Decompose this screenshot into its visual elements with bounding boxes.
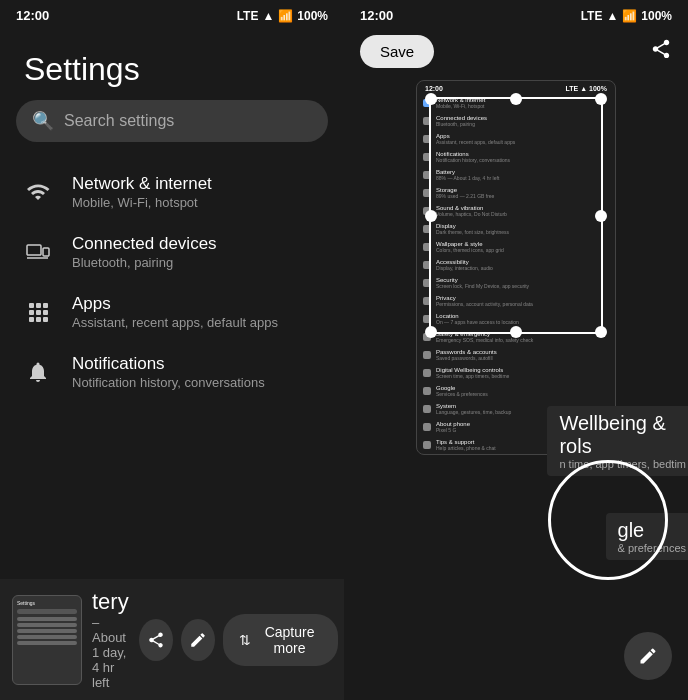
left-panel: 12:00 LTE ▲ 📶 100% Settings 🔍 Search set… (0, 0, 344, 700)
crop-overlay[interactable] (429, 97, 603, 334)
settings-title: Settings (0, 27, 344, 100)
network-text: Network & internet Mobile, Wi-Fi, hotspo… (72, 174, 212, 210)
left-network: LTE (237, 9, 259, 23)
settings-item-apps[interactable]: Apps Assistant, recent apps, default app… (8, 282, 336, 342)
apps-sub: Assistant, recent apps, default apps (72, 315, 278, 330)
thumb-item-5 (17, 641, 77, 645)
devices-sub: Bluetooth, pairing (72, 255, 217, 270)
devices-title: Connected devices (72, 234, 217, 254)
thumbnail-preview: Settings (12, 595, 82, 685)
svg-rect-1 (43, 248, 49, 256)
svg-rect-11 (43, 317, 48, 322)
mini-icon (423, 405, 431, 413)
left-status-bar: 12:00 LTE ▲ 📶 100% (0, 0, 344, 27)
settings-item-notifications[interactable]: Notifications Notification history, conv… (8, 342, 336, 402)
crop-handle-ml[interactable] (425, 210, 437, 222)
bottom-thumbnail-area: Settings tery – About 1 day, 4 hr left (0, 579, 344, 700)
edit-button-right[interactable] (624, 632, 672, 680)
mini-icon (423, 423, 431, 431)
apps-text: Apps Assistant, recent apps, default app… (72, 294, 278, 330)
left-time: 12:00 (16, 8, 49, 23)
right-toolbar: Save (344, 27, 688, 76)
wifi-signal-icon: 📶 (278, 9, 293, 23)
mini-icon (423, 387, 431, 395)
phone-screenshot: 12:00 LTE ▲ 100% Network & internet Mobi… (416, 80, 616, 455)
settings-item-network[interactable]: Network & internet Mobile, Wi-Fi, hotspo… (8, 162, 336, 222)
screenshot-preview: 12:00 LTE ▲ 100% Network & internet Mobi… (344, 76, 688, 700)
capture-icon: ⇅ (239, 632, 251, 648)
svg-rect-9 (29, 317, 34, 322)
svg-rect-4 (36, 303, 41, 308)
network-sub: Mobile, Wi-Fi, hotspot (72, 195, 212, 210)
right-network: LTE (581, 9, 603, 23)
battery-partial: tery – About 1 day, 4 hr left (92, 589, 129, 690)
share-icon-right[interactable] (650, 38, 672, 65)
right-signal-icon: ▲ (606, 9, 618, 23)
devices-text: Connected devices Bluetooth, pairing (72, 234, 217, 270)
crop-handle-tr[interactable] (595, 93, 607, 105)
right-time: 12:00 (360, 8, 393, 23)
crop-handle-br[interactable] (595, 326, 607, 338)
apps-icon (24, 298, 52, 326)
capture-more-button[interactable]: ⇅ Capture more (223, 614, 339, 666)
notifications-title: Notifications (72, 354, 265, 374)
thumb-item-3 (17, 629, 77, 633)
crop-handle-mr[interactable] (595, 210, 607, 222)
circle-annotation (548, 460, 668, 580)
thumb-item-2 (17, 623, 77, 627)
svg-rect-5 (43, 303, 48, 308)
crop-handle-bl[interactable] (425, 326, 437, 338)
mini-item: Digital Wellbeing controls Screen time, … (417, 364, 615, 382)
edit-button-left[interactable] (181, 619, 215, 661)
search-bar[interactable]: 🔍 Search settings (16, 100, 328, 142)
left-status-right: LTE ▲ 📶 100% (237, 9, 328, 23)
battery-icon: 100% (297, 9, 328, 23)
network-title: Network & internet (72, 174, 212, 194)
notifications-text: Notifications Notification history, conv… (72, 354, 265, 390)
mini-item: Passwords & accounts Saved passwords, au… (417, 346, 615, 364)
crop-handle-mt[interactable] (510, 93, 522, 105)
svg-rect-6 (29, 310, 34, 315)
share-button[interactable] (139, 619, 173, 661)
notifications-sub: Notification history, conversations (72, 375, 265, 390)
svg-rect-10 (36, 317, 41, 322)
svg-rect-3 (29, 303, 34, 308)
mini-icon (423, 369, 431, 377)
right-status-right: LTE ▲ 📶 100% (581, 9, 672, 23)
svg-rect-0 (27, 245, 41, 255)
search-icon: 🔍 (32, 110, 54, 132)
mini-item: Google Services & preferences (417, 382, 615, 400)
search-placeholder: Search settings (64, 112, 174, 130)
devices-icon (24, 238, 52, 266)
right-wifi-icon: 📶 (622, 9, 637, 23)
apps-title: Apps (72, 294, 278, 314)
settings-item-devices[interactable]: Connected devices Bluetooth, pairing (8, 222, 336, 282)
right-panel: 12:00 LTE ▲ 📶 100% Save (344, 0, 688, 700)
bottom-actions: ⇅ Capture more (139, 614, 339, 666)
save-button[interactable]: Save (360, 35, 434, 68)
battery-partial-sub: – About 1 day, 4 hr left (92, 615, 129, 690)
wellbeing-rols-text: rols (559, 435, 686, 458)
crop-handle-mb[interactable] (510, 326, 522, 338)
svg-rect-7 (36, 310, 41, 315)
svg-rect-8 (43, 310, 48, 315)
crop-handle-tl[interactable] (425, 93, 437, 105)
mini-status-right: LTE ▲ 100% (566, 85, 607, 92)
wellbeing-zoom-text: Wellbeing & (559, 412, 686, 435)
mini-icon (423, 351, 431, 359)
wifi-icon (24, 178, 52, 206)
right-battery-label: 100% (641, 9, 672, 23)
thumb-item-1 (17, 617, 77, 621)
thumb-title: Settings (17, 600, 77, 606)
right-status-bar: 12:00 LTE ▲ 📶 100% (344, 0, 688, 27)
mini-icon (423, 441, 431, 449)
capture-label: Capture more (257, 624, 323, 656)
battery-partial-title: tery (92, 589, 129, 615)
thumb-search (17, 609, 77, 614)
thumb-item-4 (17, 635, 77, 639)
bell-icon (24, 358, 52, 386)
mini-time: 12:00 (425, 85, 443, 92)
signal-icon: ▲ (262, 9, 274, 23)
